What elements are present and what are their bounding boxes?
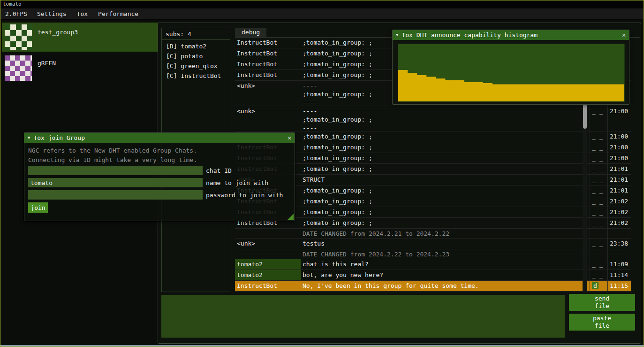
message-flags: _ _ <box>590 131 607 142</box>
field-label: chat ID <box>206 167 232 174</box>
tab-debug[interactable]: debug <box>235 28 266 37</box>
message-text: ;tomato_in_group: ; <box>301 185 590 196</box>
message-text: ;tomato_in_group: ; <box>301 196 590 207</box>
message-flags <box>590 229 607 238</box>
sender-name: <unk> <box>235 81 301 106</box>
sender-name <box>235 249 301 259</box>
menu-item[interactable]: Tox <box>72 10 93 17</box>
sender-name: InstructBot <box>235 38 301 48</box>
message-time: 21:02 <box>607 196 631 207</box>
message-flags: _ _ <box>590 175 607 185</box>
window-title: tomato <box>3 1 22 7</box>
list-item[interactable]: [C] InstructBot <box>162 71 230 81</box>
message-time: 21:00 <box>607 106 631 131</box>
dialog-titlebar[interactable]: ▼ Tox DHT announce capability histogram … <box>393 30 629 40</box>
close-icon[interactable]: ✕ <box>622 31 626 39</box>
menu-item[interactable]: Settings <box>32 10 72 17</box>
message-flags: _ _ <box>590 185 607 196</box>
dialog-title: Tox DHT announce capability histogram <box>402 31 538 39</box>
sender-name: InstructBot <box>235 48 301 59</box>
text-input[interactable] <box>28 178 203 187</box>
message-text: testus <box>301 239 590 249</box>
paste-file-button[interactable]: paste file <box>569 314 635 331</box>
group-name: test_group3 <box>38 29 78 36</box>
message-flags <box>590 249 607 259</box>
fps-counter: 2.0FPS <box>0 10 32 17</box>
info-text: NGC refers to the New DHT enabled Group … <box>28 147 197 154</box>
collapse-icon[interactable]: ▼ <box>28 136 30 140</box>
message-time: 21:02 <box>607 207 631 217</box>
message-time: 21:00 <box>607 153 631 163</box>
sender-name: tomato2 <box>235 259 301 270</box>
sender-name: InstructBot <box>235 70 301 80</box>
join-button[interactable]: join <box>28 202 48 213</box>
message-flags: _ _ <box>590 207 607 217</box>
table-row: tomato2 bot, are you new here? _ _ 11:14 <box>235 270 631 281</box>
message-text: STRUCT <box>301 175 590 185</box>
sender-name: <unk> <box>235 106 301 131</box>
text-input[interactable] <box>28 166 203 175</box>
dialog-body: NGC refers to the New DHT enabled Group … <box>24 143 295 221</box>
close-icon[interactable]: ✕ <box>288 134 291 141</box>
message-time: 11:15 <box>607 281 631 291</box>
resize-grip-icon[interactable] <box>288 214 294 220</box>
text-input[interactable] <box>28 190 203 200</box>
table-row: <unk> ---- ;tomato_in_group: ; ---- _ _ … <box>235 106 631 131</box>
message-text: ;tomato_in_group: ; <box>301 153 590 163</box>
dialog-body <box>393 40 629 104</box>
message-time: 11:09 <box>607 259 631 270</box>
members-list: [D] tomato2 [C] potato [C] green_qtox [C… <box>162 40 230 81</box>
message-flags: _ _ <box>590 270 607 280</box>
dialog-title: Tox join Group <box>33 134 85 141</box>
message-time: 21:01 <box>607 164 631 174</box>
list-item[interactable]: [C] green_qtox <box>162 61 230 71</box>
list-item[interactable]: [C] potato <box>162 51 230 61</box>
field-label: password to join with <box>206 192 283 199</box>
message-flags: _ _ <box>590 218 607 228</box>
message-text: DATE CHANGED from 2024.2.22 to 2024.2.23 <box>301 249 590 259</box>
message-text: DATE CHANGED from 2024.2.21 to 2024.2.22 <box>301 229 590 238</box>
form-field-row: password to join with <box>28 190 291 200</box>
os-titlebar[interactable]: tomato <box>0 0 644 8</box>
histogram-plot <box>398 44 624 101</box>
sidebar-item-group[interactable]: gREEN <box>2 54 158 83</box>
dialog-titlebar[interactable]: ▼ Tox join Group ✕ <box>24 133 295 143</box>
table-row: tomato2 chat is this real? _ _ 11:09 <box>235 259 631 270</box>
sender-name: InstructBot <box>235 281 301 291</box>
message-text: ---- ;tomato_in_group: ; ---- <box>301 106 590 131</box>
message-text: ;tomato_in_group: ; <box>301 218 590 228</box>
info-text: Connecting via ID might take a very long… <box>28 156 197 163</box>
group-avatar <box>5 55 32 81</box>
table-row: InstructBot No, I've been in this group … <box>235 281 631 292</box>
message-input[interactable] <box>161 295 565 338</box>
message-flags: _ _ <box>590 239 607 249</box>
field-label: name to join with <box>206 179 268 186</box>
members-header: subs: 4 <box>162 28 230 40</box>
group-avatar <box>5 24 32 50</box>
list-item[interactable]: [D] tomato2 <box>162 41 230 51</box>
message-text: ;tomato_in_group: ; <box>301 142 590 153</box>
table-row: DATE CHANGED from 2024.2.22 to 2024.2.23 <box>235 249 631 259</box>
message-time: 11:14 <box>607 270 631 280</box>
dht-histogram-dialog: ▼ Tox DHT announce capability histogram … <box>392 30 629 105</box>
table-row: <unk> testus _ _ 23:38 <box>235 239 631 249</box>
message-text: bot, are you new here? <box>301 270 590 280</box>
message-time: 21:01 <box>607 175 631 185</box>
app-window: tomato 2.0FPS Settings Tox Performance t… <box>0 0 644 347</box>
message-flags: d <box>590 281 607 291</box>
collapse-icon[interactable]: ▼ <box>396 33 398 37</box>
send-file-button[interactable]: send file <box>569 294 635 311</box>
form-field-row: name to join with <box>28 178 291 187</box>
message-flags: _ _ <box>590 142 607 153</box>
histogram-plot-frame <box>398 44 625 102</box>
sidebar-item-group[interactable]: test_group3 <box>2 23 158 52</box>
message-time <box>607 229 631 238</box>
form-field-row: chat ID <box>28 166 291 175</box>
message-text: ;tomato_in_group: ; <box>301 164 590 174</box>
menu-item[interactable]: Performance <box>93 10 144 17</box>
message-flags: _ _ <box>590 106 607 131</box>
message-flags: _ _ <box>590 196 607 207</box>
message-time: 23:38 <box>607 239 631 249</box>
message-flags: _ _ <box>590 153 607 163</box>
message-text: chat is this real? <box>301 259 590 270</box>
